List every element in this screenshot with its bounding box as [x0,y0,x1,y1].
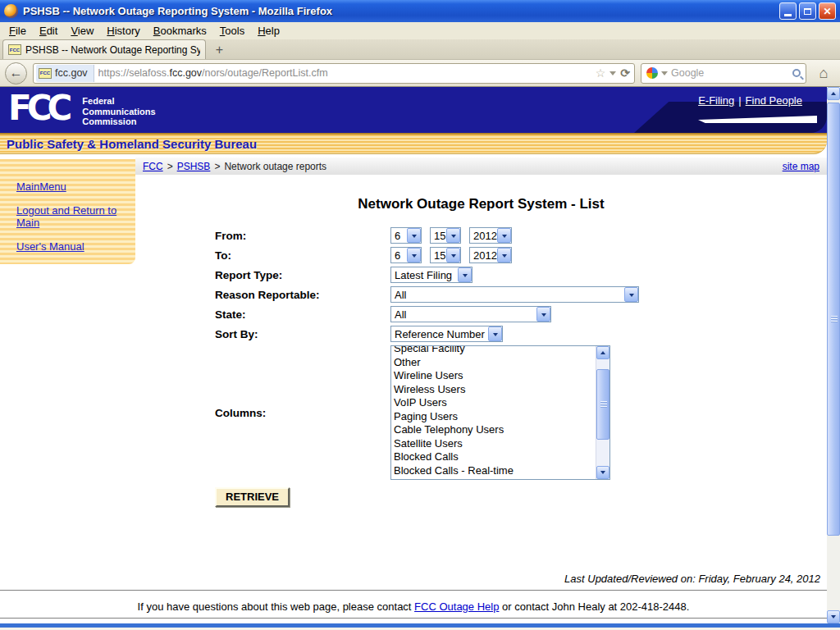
main-area: Network Outage Report System - List From… [135,196,827,585]
list-item[interactable]: Cable Telephony Users [394,423,596,437]
chevron-down-icon[interactable] [407,228,421,243]
menu-file[interactable]: File [2,23,33,39]
chevron-down-icon[interactable] [446,228,460,243]
search-box[interactable]: Google [641,63,806,84]
menu-bar: File Edit View History Bookmarks Tools H… [0,22,840,39]
breadcrumb-fcc-link[interactable]: FCC [143,161,163,172]
list-item[interactable]: Wireless Users [394,383,596,397]
page-title: Network Outage Report System - List [135,196,827,212]
list-item[interactable]: Wireline Users [394,369,596,383]
from-row: From: 6 15 2012 [135,226,827,245]
from-day-select[interactable]: 15 [430,227,461,244]
footer-text-pre: If you have questions about this web pag… [138,600,415,613]
header-link-divider: | [738,94,741,107]
breadcrumb-pshsb-link[interactable]: PSHSB [177,161,211,172]
fcc-logo: FCC Federal Communications Commission [0,87,827,127]
close-button[interactable] [819,2,836,20]
scrollbar-thumb[interactable] [596,369,609,440]
chevron-down-icon[interactable] [497,248,511,262]
retrieve-button[interactable]: RETRIEVE [215,487,290,507]
list-item[interactable]: Other [394,356,596,370]
window-scrollbar[interactable] [827,87,840,623]
minimize-icon [784,14,792,16]
sidebar: MainMenu Logout and Return to Main User'… [0,159,135,264]
sidebar-item-users-manual[interactable]: User's Manual [16,240,125,253]
page-viewport: FCC Federal Communications Commission E-… [0,87,827,623]
menu-help[interactable]: Help [251,23,286,39]
efiling-link[interactable]: E-Filing [698,94,734,107]
fcc-header-banner: FCC Federal Communications Commission E-… [0,87,827,133]
fcc-logo-caption: Federal Communications Commission [82,96,155,127]
sidebar-item-logout[interactable]: Logout and Return to Main [16,204,125,229]
to-day-select[interactable]: 15 [430,247,461,263]
menu-history[interactable]: History [100,23,146,39]
fcc-logo-text: FCC [8,89,74,127]
chevron-down-icon[interactable] [624,287,638,302]
list-item[interactable]: Special Facility [394,346,596,356]
sidebar-item-mainmenu[interactable]: MainMenu [16,180,125,193]
site-identity-label: fcc.gov [55,67,88,79]
reason-reportable-select[interactable]: All [390,286,639,303]
listbox-scrollbar[interactable] [596,346,609,479]
chevron-down-icon[interactable] [446,248,460,262]
fcc-outage-help-link[interactable]: FCC Outage Help [414,600,499,613]
search-input[interactable]: Google [671,67,789,79]
tab-title: PSHSB -- Network Outage Reporting System [25,44,200,56]
scrollbar-thumb[interactable] [827,103,840,536]
list-item[interactable]: VoIP Users [394,396,596,410]
window-bottom-edge [0,623,840,630]
sort-by-label: Sort By: [135,328,390,340]
chevron-down-icon[interactable] [488,326,502,341]
address-bar[interactable]: FCC fcc.gov https://selafoss.fcc.gov/nor… [33,63,635,84]
scroll-up-icon[interactable] [827,87,840,100]
to-row: To: 6 15 2012 [135,245,827,265]
restore-button[interactable] [799,2,816,20]
window-title: PSHSB -- Network Outage Reporting System… [23,5,777,17]
chevron-down-icon[interactable] [497,228,511,243]
list-item[interactable]: Blocked Calls - Real-time [394,464,596,478]
report-type-label: Report Type: [135,269,390,281]
chevron-down-icon[interactable] [458,267,472,282]
search-icon[interactable] [792,69,801,77]
tab-bar: FCC PSHSB -- Network Outage Reporting Sy… [0,39,840,60]
active-tab[interactable]: FCC PSHSB -- Network Outage Reporting Sy… [2,39,206,59]
scroll-down-icon[interactable] [827,610,840,623]
bookmark-star-icon[interactable]: ☆ [596,66,606,80]
find-people-link[interactable]: Find People [746,94,802,107]
list-item[interactable]: Paging Users [394,410,596,424]
navigation-bar: ← FCC fcc.gov https://selafoss.fcc.gov/n… [0,60,840,87]
state-select[interactable]: All [390,306,551,322]
url-text[interactable]: https://selafoss.fcc.gov/nors/outage/Rep… [98,67,591,79]
url-dropdown-icon[interactable] [609,71,616,79]
menu-view[interactable]: View [64,23,100,39]
from-month-select[interactable]: 6 [390,227,422,244]
to-month-select[interactable]: 6 [390,247,422,263]
sort-by-select[interactable]: Reference Number [390,326,503,342]
menu-tools[interactable]: Tools [213,23,251,39]
menu-bookmarks[interactable]: Bookmarks [147,23,213,39]
scroll-up-icon[interactable] [596,346,609,359]
back-button[interactable]: ← [5,62,27,84]
close-icon [823,6,831,17]
scroll-down-icon[interactable] [596,466,609,479]
columns-listbox[interactable]: Special Facility Other Wireline Users Wi… [390,345,610,480]
reload-icon[interactable]: ⟳ [620,66,630,80]
chevron-down-icon[interactable] [407,248,421,262]
chevron-down-icon[interactable] [536,307,550,322]
page-content: MainMenu Logout and Return to Main User'… [0,158,827,619]
list-item[interactable]: Satellite Users [394,437,596,451]
from-year-select[interactable]: 2012 [469,227,512,244]
search-engine-dropdown-icon[interactable] [661,71,668,79]
home-button[interactable]: ⌂ [812,62,835,84]
new-tab-button[interactable]: + [208,41,231,58]
site-map-link[interactable]: site map [783,161,819,172]
to-year-select[interactable]: 2012 [469,247,512,263]
report-type-select[interactable]: Latest Filing [390,267,472,283]
list-item[interactable]: Blocked Calls [394,450,596,464]
menu-edit[interactable]: Edit [33,23,64,39]
site-identity-chip[interactable]: FCC fcc.gov [36,65,94,82]
report-filter-form: From: 6 15 2012 To: 6 15 2012 Report Typ… [135,226,827,507]
minimize-button[interactable] [779,2,797,20]
list-item[interactable]: Blocked Calls - Historic [394,477,596,479]
columns-options: Special Facility Other Wireline Users Wi… [391,346,596,479]
